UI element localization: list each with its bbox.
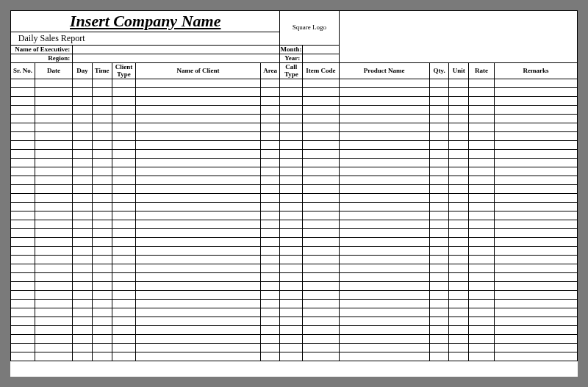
table-row <box>11 291 578 300</box>
table-cell <box>339 141 429 150</box>
table-cell <box>112 211 136 220</box>
table-row <box>11 203 578 211</box>
table-cell <box>11 150 35 159</box>
table-cell <box>35 220 72 229</box>
table-cell <box>112 115 136 123</box>
table-cell <box>339 176 429 185</box>
table-cell <box>280 141 303 150</box>
table-cell <box>280 308 303 317</box>
table-cell <box>136 115 260 123</box>
table-cell <box>429 194 449 203</box>
table-cell <box>449 79 469 88</box>
table-cell <box>136 229 260 238</box>
table-cell <box>280 335 303 344</box>
table-cell <box>303 106 339 115</box>
table-cell <box>469 229 495 238</box>
table-cell <box>112 344 136 352</box>
col-srno: Sr. No. <box>11 63 35 79</box>
table-cell <box>280 317 303 326</box>
table-cell <box>136 159 260 167</box>
table-cell <box>280 282 303 291</box>
table-row <box>11 88 578 97</box>
table-cell <box>35 256 72 264</box>
table-row <box>11 300 578 308</box>
table-cell <box>280 326 303 335</box>
table-cell <box>260 308 280 317</box>
table-row <box>11 167 578 176</box>
table-cell <box>429 159 449 167</box>
table-cell <box>339 317 429 326</box>
table-cell <box>494 211 577 220</box>
table-cell <box>35 97 72 106</box>
table-cell <box>35 115 72 123</box>
table-cell <box>494 300 577 308</box>
table-cell <box>35 335 72 344</box>
table-cell <box>303 326 339 335</box>
table-cell <box>260 273 280 282</box>
table-cell <box>35 308 72 317</box>
table-cell <box>11 282 35 291</box>
table-cell <box>469 106 495 115</box>
table-cell <box>494 115 577 123</box>
table-cell <box>35 132 72 141</box>
table-cell <box>303 132 339 141</box>
table-cell <box>469 352 495 361</box>
table-cell <box>35 176 72 185</box>
table-cell <box>260 291 280 300</box>
table-cell <box>73 115 93 123</box>
table-cell <box>136 335 260 344</box>
table-cell <box>112 79 136 88</box>
table-row <box>11 141 578 150</box>
table-cell <box>449 88 469 97</box>
table-cell <box>280 132 303 141</box>
table-cell <box>429 115 449 123</box>
table-cell <box>73 326 93 335</box>
table-cell <box>303 238 339 247</box>
table-cell <box>280 344 303 352</box>
table-row <box>11 132 578 141</box>
year-label: Year: <box>280 54 303 63</box>
table-cell <box>92 203 112 211</box>
table-cell <box>494 247 577 256</box>
table-cell <box>136 220 260 229</box>
table-cell <box>11 185 35 194</box>
table-cell <box>280 88 303 97</box>
table-cell <box>494 79 577 88</box>
table-cell <box>339 211 429 220</box>
table-cell <box>449 150 469 159</box>
table-cell <box>339 273 429 282</box>
table-cell <box>303 229 339 238</box>
table-cell <box>429 238 449 247</box>
table-cell <box>136 141 260 150</box>
table-cell <box>494 220 577 229</box>
table-cell <box>494 203 577 211</box>
table-cell <box>449 264 469 273</box>
table-cell <box>35 185 72 194</box>
table-cell <box>449 185 469 194</box>
table-row <box>11 211 578 220</box>
table-cell <box>35 88 72 97</box>
table-cell <box>136 211 260 220</box>
table-cell <box>494 264 577 273</box>
table-cell <box>11 273 35 282</box>
table-cell <box>260 220 280 229</box>
table-row <box>11 123 578 132</box>
table-cell <box>429 211 449 220</box>
month-value <box>303 46 339 54</box>
table-cell <box>469 167 495 176</box>
table-cell <box>260 326 280 335</box>
table-cell <box>73 352 93 361</box>
table-cell <box>339 132 429 141</box>
table-cell <box>303 185 339 194</box>
table-cell <box>92 335 112 344</box>
table-cell <box>429 326 449 335</box>
table-cell <box>260 317 280 326</box>
table-cell <box>280 256 303 264</box>
table-cell <box>136 132 260 141</box>
table-cell <box>11 203 35 211</box>
table-cell <box>429 106 449 115</box>
table-cell <box>92 238 112 247</box>
table-cell <box>73 106 93 115</box>
table-cell <box>112 176 136 185</box>
table-cell <box>280 352 303 361</box>
